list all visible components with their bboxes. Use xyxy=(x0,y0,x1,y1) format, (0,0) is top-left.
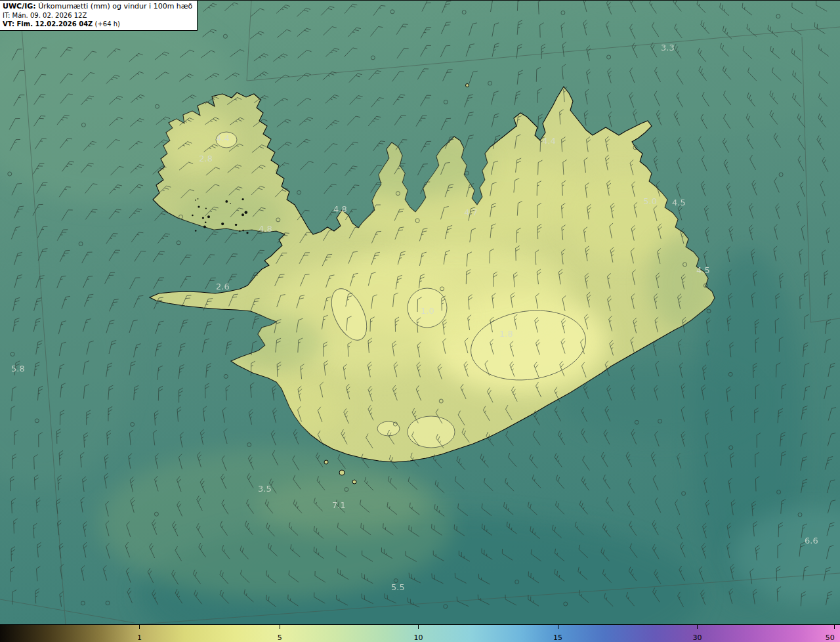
value-label: 3.3 xyxy=(661,43,675,53)
value-label: 5.0 xyxy=(643,196,657,206)
value-label: 2.8 xyxy=(199,154,213,163)
skerry-islet xyxy=(198,198,199,200)
skerry-islet xyxy=(202,217,204,219)
colorbar-tick-label: 50 xyxy=(826,634,835,641)
skerry-islet xyxy=(246,232,248,234)
value-label: 4.4 xyxy=(216,133,230,143)
valid-time-line: VT: Fim. 12.02.2026 04Z (+64 h) xyxy=(3,20,192,28)
value-label: 4.5 xyxy=(696,265,710,275)
skerry-islet xyxy=(242,230,244,232)
skerry-islet xyxy=(205,221,207,223)
colorbar-tick xyxy=(280,625,280,629)
skerry-islet xyxy=(235,224,237,226)
skerry-islet xyxy=(192,215,194,217)
weather-map-page: 3.34.42.84.44.84.75.04.54.84.52.61.01.85… xyxy=(0,0,840,642)
value-label: 1.0 xyxy=(421,306,434,316)
colorbar-tick-label: 10 xyxy=(413,634,423,641)
value-label: 2.6 xyxy=(216,282,230,291)
skerry-islet xyxy=(207,215,210,218)
skerry-islet xyxy=(242,198,244,200)
colorbar-tick xyxy=(558,625,558,629)
value-label: 4.8 xyxy=(259,224,272,234)
skerry-islet xyxy=(242,213,244,216)
precipitation-colorbar: 1510153050 xyxy=(0,624,840,642)
map-title: Úrkomumætti (mm) og vindur i 100m hæð xyxy=(38,2,192,11)
value-label: 5.5 xyxy=(391,582,405,592)
weather-map-canvas: 3.34.42.84.44.84.75.04.54.84.52.61.01.85… xyxy=(0,1,840,625)
value-label: 4.8 xyxy=(333,204,347,214)
value-label: 1.8 xyxy=(499,329,513,339)
skerry-islet xyxy=(205,208,207,209)
init-time-line: IT: Mán. 09. 02. 2026 12Z xyxy=(3,11,192,20)
colorbar-tick xyxy=(418,625,419,629)
value-label: 7.1 xyxy=(332,500,346,510)
value-label: 3.5 xyxy=(258,484,272,494)
skerry-islet xyxy=(203,225,206,228)
skerry-islet xyxy=(195,200,196,201)
model-name: UWC/IG: xyxy=(3,2,36,11)
skerry-islet xyxy=(230,203,231,204)
skerry-islet xyxy=(239,230,240,232)
skerry-islet xyxy=(245,211,248,214)
value-label: 4.7 xyxy=(464,207,478,217)
map-title-line: UWC/IG: Úrkomumætti (mm) og vindur i 100… xyxy=(3,2,192,11)
skerry-islet xyxy=(221,223,224,225)
value-label: 6.6 xyxy=(805,536,818,546)
colorbar-tick-label: 1 xyxy=(137,634,142,641)
value-label: 4.5 xyxy=(672,198,686,207)
value-label: 5.8 xyxy=(11,364,25,374)
colorbar-tick-label: 5 xyxy=(278,634,282,641)
title-box: UWC/IG: Úrkomumætti (mm) og vindur i 100… xyxy=(0,1,198,31)
skerry-islet xyxy=(198,205,200,207)
colorbar-tick xyxy=(697,625,698,629)
colorbar-tick-label: 30 xyxy=(692,634,702,641)
skerry-islet xyxy=(195,230,197,232)
colorbar-tick xyxy=(139,625,140,629)
skerry-islet xyxy=(225,200,228,203)
colorbar-tick xyxy=(834,625,835,629)
colorbar-tick-label: 15 xyxy=(553,634,562,641)
value-label: 4.4 xyxy=(542,136,556,146)
lead-time: (+64 h) xyxy=(95,20,120,28)
valid-time: VT: Fim. 12.02.2026 04Z xyxy=(3,20,93,28)
